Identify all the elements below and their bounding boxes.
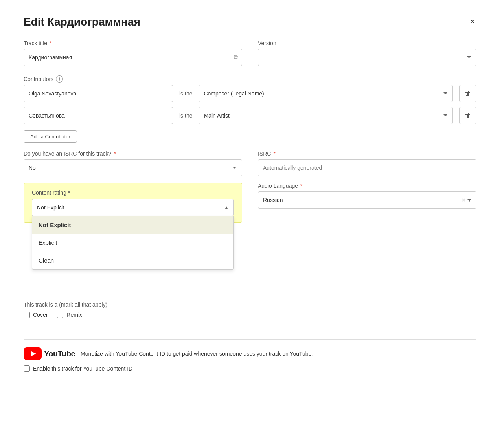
youtube-section: YouTube Monetize with YouTube Content ID… xyxy=(24,347,476,374)
track-version-row: Track title * ⧉ Version xyxy=(24,40,476,66)
dropdown-item-clean[interactable]: Clean xyxy=(32,252,233,269)
delete-contributor-1[interactable]: 🗑 xyxy=(459,85,476,102)
isrc-input xyxy=(258,159,476,176)
cover-checkbox-label: Cover xyxy=(24,312,48,318)
content-rating-group: Content rating * Not Explicit ▲ Not Expl… xyxy=(24,183,242,330)
track-type-checkboxes: Cover Remix xyxy=(24,312,242,320)
track-type-label: This track is a (mark all that apply) xyxy=(24,301,242,308)
track-title-label: Track title * xyxy=(24,40,242,46)
trash-icon-2: 🗑 xyxy=(465,112,471,119)
content-audio-row: Content rating * Not Explicit ▲ Not Expl… xyxy=(24,183,476,330)
delete-contributor-2[interactable]: 🗑 xyxy=(459,107,476,124)
contributor-name-input-1[interactable] xyxy=(24,85,173,102)
edit-modal: Edit Кардиограммная × Track title * ⧉ Ve… xyxy=(0,0,500,448)
track-title-input-wrapper: ⧉ xyxy=(24,49,242,66)
youtube-enable-checkbox[interactable] xyxy=(24,365,30,372)
youtube-header: YouTube Monetize with YouTube Content ID… xyxy=(24,347,476,360)
contributor-role-select-2[interactable]: Main Artist Composer (Legal Name) Lyrici… xyxy=(199,107,453,124)
contributors-section: Contributors i is the Composer (Legal Na… xyxy=(24,75,476,143)
isrc-question-required: * xyxy=(114,151,116,157)
track-type-section: This track is a (mark all that apply) Co… xyxy=(24,301,242,320)
isrc-label: ISRC * xyxy=(258,151,476,157)
contributor-row: is the Composer (Legal Name) Main Artist… xyxy=(24,85,476,102)
section-divider xyxy=(24,339,476,340)
contributor-role-2: Main Artist Composer (Legal Name) Lyrici… xyxy=(199,107,453,124)
modal-header: Edit Кардиограммная × xyxy=(24,16,476,28)
track-title-group: Track title * ⧉ xyxy=(24,40,242,66)
remix-checkbox[interactable] xyxy=(57,312,63,318)
copy-icon: ⧉ xyxy=(234,54,238,61)
contributor-name-2 xyxy=(24,107,173,124)
isrc-required: * xyxy=(273,151,275,157)
youtube-logo: YouTube xyxy=(24,347,75,360)
audio-language-group: Audio Language * Russian English × ▼ xyxy=(258,183,476,330)
chevron-up-icon: ▲ xyxy=(224,205,229,210)
content-rating-dropdown[interactable]: Not Explicit ▲ Not Explicit Explicit Cle… xyxy=(32,199,234,216)
close-button[interactable]: × xyxy=(468,16,476,28)
content-rating-value: Not Explicit xyxy=(37,204,64,211)
version-select[interactable] xyxy=(258,49,476,66)
version-label: Version xyxy=(258,40,476,46)
cover-checkbox[interactable] xyxy=(24,312,30,318)
track-title-required: * xyxy=(50,40,51,46)
contributors-label: Contributors i xyxy=(24,75,476,83)
cover-label: Cover xyxy=(33,312,48,318)
content-rating-label: Content rating * xyxy=(32,189,234,196)
audio-language-label: Audio Language * xyxy=(258,183,476,189)
audio-language-select[interactable]: Russian English xyxy=(258,191,476,209)
trash-icon: 🗑 xyxy=(465,90,471,97)
contributor-role-1: Composer (Legal Name) Main Artist Lyrici… xyxy=(199,85,453,102)
isrc-question-label: Do you have an ISRC for this track? * xyxy=(24,151,242,157)
track-title-input[interactable] xyxy=(24,49,242,66)
info-icon: i xyxy=(56,75,63,83)
dropdown-item-not-explicit[interactable]: Not Explicit xyxy=(32,216,233,234)
remix-label: Remix xyxy=(66,312,82,318)
isrc-group: ISRC * xyxy=(258,151,476,176)
content-rating-required: * xyxy=(68,189,70,196)
modal-title: Edit Кардиограммная xyxy=(24,16,140,28)
audio-language-select-wrapper: Russian English × ▼ xyxy=(258,191,476,209)
youtube-wordmark: YouTube xyxy=(44,349,75,358)
contributor-name-input-2[interactable] xyxy=(24,107,173,124)
isrc-question-group: Do you have an ISRC for this track? * No… xyxy=(24,151,242,176)
add-contributor-button[interactable]: Add a Contributor xyxy=(24,130,77,143)
is-the-label-1: is the xyxy=(179,90,192,97)
contributor-row-2: is the Main Artist Composer (Legal Name)… xyxy=(24,107,476,124)
youtube-checkbox-row: Enable this track for YouTube Content ID xyxy=(24,365,476,374)
contributor-role-select-1[interactable]: Composer (Legal Name) Main Artist Lyrici… xyxy=(199,85,453,102)
contributor-name-1 xyxy=(24,85,173,102)
youtube-description: Monetize with YouTube Content ID to get … xyxy=(81,351,313,357)
remix-checkbox-label: Remix xyxy=(57,312,82,318)
clear-language-icon[interactable]: × xyxy=(462,197,465,203)
youtube-icon xyxy=(24,347,42,360)
is-the-label-2: is the xyxy=(179,112,192,119)
dropdown-item-explicit[interactable]: Explicit xyxy=(32,234,233,252)
audio-language-required: * xyxy=(300,183,302,189)
youtube-enable-label: Enable this track for YouTube Content ID xyxy=(24,365,132,372)
isrc-row: Do you have an ISRC for this track? * No… xyxy=(24,151,476,176)
version-group: Version xyxy=(258,40,476,66)
isrc-question-select[interactable]: No Yes xyxy=(24,159,242,176)
youtube-checkbox-label: Enable this track for YouTube Content ID xyxy=(33,365,132,372)
content-rating-menu: Not Explicit Explicit Clean xyxy=(32,216,234,270)
bottom-divider xyxy=(24,390,476,390)
content-rating-section: Content rating * Not Explicit ▲ Not Expl… xyxy=(24,183,242,223)
content-rating-trigger[interactable]: Not Explicit ▲ xyxy=(32,199,234,216)
